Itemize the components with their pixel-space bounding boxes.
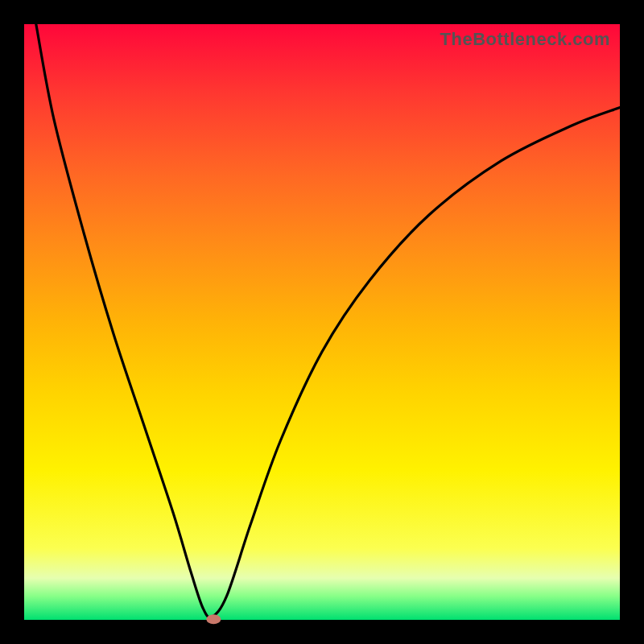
chart-svg xyxy=(24,24,620,620)
plot-area: TheBottleneck.com xyxy=(24,24,620,620)
bottleneck-curve xyxy=(36,24,620,617)
minimum-marker xyxy=(206,614,221,624)
chart-frame: TheBottleneck.com xyxy=(0,0,644,644)
